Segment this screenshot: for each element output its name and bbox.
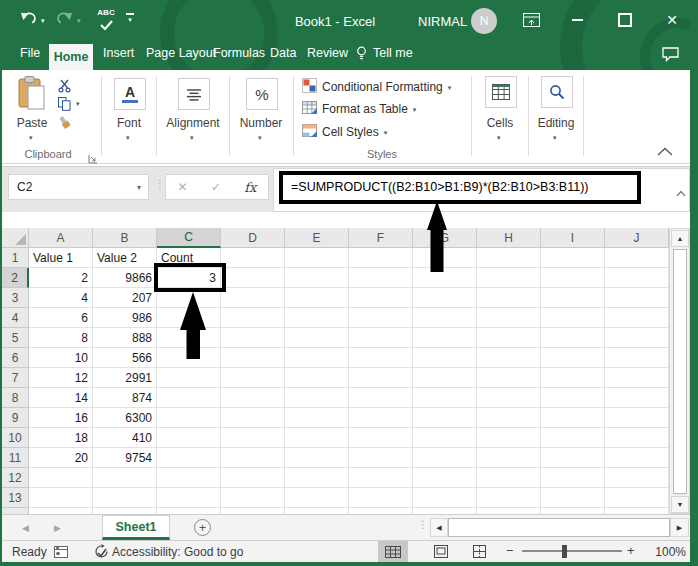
cell-C4[interactable]	[157, 308, 221, 328]
cell-F9[interactable]	[349, 408, 413, 428]
cell-B4[interactable]: 986	[93, 308, 157, 328]
cell-I11[interactable]	[541, 448, 605, 468]
font-button[interactable]: Font	[101, 116, 157, 130]
cell-A13[interactable]	[29, 488, 93, 508]
cell-A5[interactable]: 8	[29, 328, 93, 348]
cell-E10[interactable]	[285, 428, 349, 448]
cell-H4[interactable]	[477, 308, 541, 328]
qat-customize-icon[interactable]: ▾	[126, 13, 134, 24]
view-normal-icon[interactable]	[378, 541, 408, 562]
font-icon[interactable]: A	[114, 78, 146, 110]
cell-J4[interactable]	[605, 308, 669, 328]
cell-D11[interactable]	[221, 448, 285, 468]
collapse-ribbon-icon[interactable]	[657, 142, 673, 160]
cell-I9[interactable]	[541, 408, 605, 428]
column-header-G[interactable]: G	[413, 228, 477, 248]
comment-icon[interactable]	[662, 47, 679, 66]
cell-G10[interactable]	[413, 428, 477, 448]
cell-H1[interactable]	[477, 248, 541, 268]
column-header-C[interactable]: C	[157, 228, 221, 248]
cell-D7[interactable]	[221, 368, 285, 388]
cell-G7[interactable]	[413, 368, 477, 388]
cell-styles-button[interactable]: Cell Styles ▾	[302, 124, 387, 140]
cell-A1[interactable]: Value 1	[29, 248, 93, 268]
cell-D8[interactable]	[221, 388, 285, 408]
tab-formulas[interactable]: Formulas	[213, 46, 265, 60]
cell-F6[interactable]	[349, 348, 413, 368]
cell-E11[interactable]	[285, 448, 349, 468]
cell-E5[interactable]	[285, 328, 349, 348]
vertical-scroll-thumb[interactable]	[673, 249, 687, 494]
cell-G11[interactable]	[413, 448, 477, 468]
cell-G3[interactable]	[413, 288, 477, 308]
expand-formula-bar-icon[interactable]	[676, 183, 686, 201]
zoom-slider[interactable]	[522, 550, 622, 552]
cell-B5[interactable]: 888	[93, 328, 157, 348]
editing-icon[interactable]	[541, 76, 573, 108]
alignment-button[interactable]: Alignment	[157, 116, 229, 130]
insert-function-icon[interactable]: fx	[244, 180, 256, 195]
redo-dropdown-icon[interactable]: ▾	[77, 17, 81, 25]
cell-D2[interactable]	[221, 268, 285, 288]
cell-I6[interactable]	[541, 348, 605, 368]
format-as-table-button[interactable]: Format as Table ▾	[302, 101, 416, 117]
cell-F4[interactable]	[349, 308, 413, 328]
cell-A2[interactable]: 2	[29, 268, 93, 288]
cell-A8[interactable]: 14	[29, 388, 93, 408]
tab-file[interactable]: File	[20, 46, 40, 60]
cell-B7[interactable]: 2991	[93, 368, 157, 388]
cells-button[interactable]: Cells	[472, 116, 528, 130]
cell-G13[interactable]	[413, 488, 477, 508]
cell-J9[interactable]	[605, 408, 669, 428]
conditional-formatting-button[interactable]: Conditional Formatting ▾	[302, 78, 451, 96]
alignment-icon[interactable]	[178, 78, 210, 110]
column-header-I[interactable]: I	[541, 228, 605, 248]
cell-F13[interactable]	[349, 488, 413, 508]
paste-dropdown-icon[interactable]: ▾	[29, 134, 33, 141]
cell-F11[interactable]	[349, 448, 413, 468]
row-header-13[interactable]: 13	[2, 488, 29, 508]
column-header-J[interactable]: J	[605, 228, 669, 248]
row-header-6[interactable]: 6	[2, 348, 29, 368]
cell-C11[interactable]	[157, 448, 221, 468]
hscroll-right-icon[interactable]: ▶	[670, 518, 689, 537]
tab-scrollbar-splitter[interactable]: ⋮	[418, 519, 429, 530]
cell-A3[interactable]: 4	[29, 288, 93, 308]
zoom-in-icon[interactable]: +	[627, 543, 635, 558]
cell-A10[interactable]: 18	[29, 428, 93, 448]
cell-G1[interactable]	[413, 248, 477, 268]
column-header-B[interactable]: B	[93, 228, 157, 248]
cell-D3[interactable]	[221, 288, 285, 308]
row-header-9[interactable]: 9	[2, 408, 29, 428]
cell-E6[interactable]	[285, 348, 349, 368]
cell-B3[interactable]: 207	[93, 288, 157, 308]
cell-H11[interactable]	[477, 448, 541, 468]
cell-G6[interactable]	[413, 348, 477, 368]
tab-home[interactable]: Home	[49, 44, 93, 70]
cell-B9[interactable]: 6300	[93, 408, 157, 428]
name-box-caret-icon[interactable]: ▾	[137, 183, 148, 192]
cell-I13[interactable]	[541, 488, 605, 508]
cell-E3[interactable]	[285, 288, 349, 308]
cell-B2[interactable]: 9866	[93, 268, 157, 288]
avatar[interactable]: N	[471, 8, 497, 34]
cell-J3[interactable]	[605, 288, 669, 308]
cell-J5[interactable]	[605, 328, 669, 348]
cell-H12[interactable]	[477, 468, 541, 488]
cell-I3[interactable]	[541, 288, 605, 308]
accessibility-status[interactable]: Accessibility: Good to go	[112, 545, 243, 559]
close-button[interactable]: ✕	[660, 10, 684, 30]
accessibility-icon[interactable]	[94, 544, 109, 562]
cell-B8[interactable]: 874	[93, 388, 157, 408]
cell-E7[interactable]	[285, 368, 349, 388]
cell-J13[interactable]	[605, 488, 669, 508]
format-painter-icon[interactable]	[58, 116, 72, 134]
account-name[interactable]: NIRMAL	[418, 14, 467, 29]
paste-icon[interactable]	[18, 76, 46, 114]
alignment-dropdown-icon[interactable]: ▾	[190, 134, 194, 141]
cell-G12[interactable]	[413, 468, 477, 488]
cell-H10[interactable]	[477, 428, 541, 448]
cell-A9[interactable]: 16	[29, 408, 93, 428]
cell-C8[interactable]	[157, 388, 221, 408]
cell-C5[interactable]	[157, 328, 221, 348]
